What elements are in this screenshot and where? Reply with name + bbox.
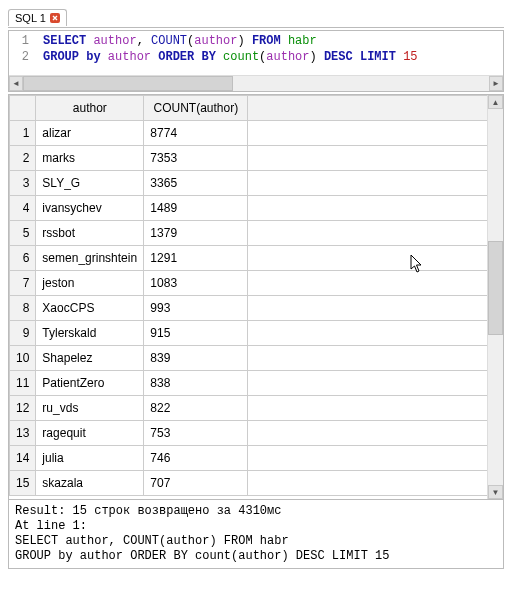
table-row[interactable]: 9Tylerskald915 — [10, 321, 488, 346]
status-line: At line 1: — [15, 519, 87, 533]
cell-author[interactable]: Tylerskald — [36, 321, 144, 346]
row-number-cell: 2 — [10, 146, 36, 171]
row-number-cell: 12 — [10, 396, 36, 421]
scroll-up-icon[interactable]: ▲ — [488, 95, 503, 109]
tab-sql-1[interactable]: SQL 1 — [8, 9, 67, 26]
cell-count[interactable]: 1489 — [144, 196, 248, 221]
editor-horizontal-scrollbar[interactable]: ◄ ► — [9, 75, 503, 91]
row-number-cell: 6 — [10, 246, 36, 271]
cell-count[interactable]: 3365 — [144, 171, 248, 196]
cell-author[interactable]: semen_grinshtein — [36, 246, 144, 271]
editor-code[interactable]: SELECT author, COUNT(author) FROM habrGR… — [35, 33, 503, 75]
cell-count[interactable]: 822 — [144, 396, 248, 421]
cell-count[interactable]: 839 — [144, 346, 248, 371]
results-table-wrap[interactable]: author COUNT(author) 1alizar87742marks73… — [9, 95, 487, 499]
line-number: 1 — [9, 33, 29, 49]
scroll-left-icon[interactable]: ◄ — [9, 76, 23, 91]
status-line: SELECT author, COUNT(author) FROM habr — [15, 534, 289, 548]
row-number-cell: 1 — [10, 121, 36, 146]
cell-count[interactable]: 1379 — [144, 221, 248, 246]
column-header-count[interactable]: COUNT(author) — [144, 96, 248, 121]
cell-empty — [248, 471, 487, 496]
row-number-cell: 3 — [10, 171, 36, 196]
cell-count[interactable]: 753 — [144, 421, 248, 446]
scroll-thumb[interactable] — [488, 241, 503, 335]
cell-count[interactable]: 7353 — [144, 146, 248, 171]
cell-author[interactable]: ivansychev — [36, 196, 144, 221]
code-line[interactable]: SELECT author, COUNT(author) FROM habr — [43, 33, 503, 49]
cell-count[interactable]: 8774 — [144, 121, 248, 146]
table-row[interactable]: 2marks7353 — [10, 146, 488, 171]
row-number-cell: 5 — [10, 221, 36, 246]
column-header-empty — [248, 96, 487, 121]
results-table[interactable]: author COUNT(author) 1alizar87742marks73… — [9, 95, 487, 496]
cell-count[interactable]: 993 — [144, 296, 248, 321]
scroll-right-icon[interactable]: ► — [489, 76, 503, 91]
tab-label: SQL 1 — [15, 12, 46, 24]
cell-author[interactable]: SLY_G — [36, 171, 144, 196]
table-row[interactable]: 4ivansychev1489 — [10, 196, 488, 221]
table-row[interactable]: 14julia746 — [10, 446, 488, 471]
scroll-thumb[interactable] — [23, 76, 233, 91]
cell-author[interactable]: ragequit — [36, 421, 144, 446]
table-row[interactable]: 1alizar8774 — [10, 121, 488, 146]
scroll-track[interactable] — [23, 76, 489, 91]
cell-author[interactable]: jeston — [36, 271, 144, 296]
table-row[interactable]: 6semen_grinshtein1291 — [10, 246, 488, 271]
cell-count[interactable]: 746 — [144, 446, 248, 471]
status-line: Result: 15 строк возвращено за 4310мс — [15, 504, 281, 518]
cell-count[interactable]: 1291 — [144, 246, 248, 271]
table-row[interactable]: 3SLY_G3365 — [10, 171, 488, 196]
cell-empty — [248, 371, 487, 396]
cell-empty — [248, 396, 487, 421]
results-vertical-scrollbar[interactable]: ▲ ▼ — [487, 95, 503, 499]
scroll-track[interactable] — [488, 109, 503, 485]
row-number-cell: 4 — [10, 196, 36, 221]
cell-author[interactable]: alizar — [36, 121, 144, 146]
close-icon[interactable] — [50, 13, 60, 23]
cell-empty — [248, 421, 487, 446]
code-line[interactable]: GROUP by author ORDER BY count(author) D… — [43, 49, 503, 65]
sql-editor[interactable]: 12 SELECT author, COUNT(author) FROM hab… — [8, 30, 504, 92]
cell-count[interactable]: 1083 — [144, 271, 248, 296]
cell-empty — [248, 246, 487, 271]
cell-empty — [248, 121, 487, 146]
scroll-down-icon[interactable]: ▼ — [488, 485, 503, 499]
table-row[interactable]: 5rssbot1379 — [10, 221, 488, 246]
table-row[interactable]: 10Shapelez839 — [10, 346, 488, 371]
cell-author[interactable]: skazala — [36, 471, 144, 496]
cell-empty — [248, 146, 487, 171]
results-pane: author COUNT(author) 1alizar87742marks73… — [8, 94, 504, 500]
cell-empty — [248, 271, 487, 296]
status-line: GROUP by author ORDER BY count(author) D… — [15, 549, 389, 563]
cell-empty — [248, 221, 487, 246]
table-row[interactable]: 11PatientZero838 — [10, 371, 488, 396]
row-number-cell: 14 — [10, 446, 36, 471]
table-row[interactable]: 7jeston1083 — [10, 271, 488, 296]
results-header-row: author COUNT(author) — [10, 96, 488, 121]
table-row[interactable]: 12ru_vds822 — [10, 396, 488, 421]
row-number-cell: 9 — [10, 321, 36, 346]
cell-author[interactable]: PatientZero — [36, 371, 144, 396]
table-row[interactable]: 15skazala707 — [10, 471, 488, 496]
cell-author[interactable]: ru_vds — [36, 396, 144, 421]
column-header-author[interactable]: author — [36, 96, 144, 121]
cell-empty — [248, 446, 487, 471]
cell-empty — [248, 321, 487, 346]
cell-author[interactable]: Shapelez — [36, 346, 144, 371]
table-row[interactable]: 8XaocCPS993 — [10, 296, 488, 321]
cell-empty — [248, 171, 487, 196]
cell-count[interactable]: 707 — [144, 471, 248, 496]
cell-author[interactable]: rssbot — [36, 221, 144, 246]
cell-author[interactable]: julia — [36, 446, 144, 471]
corner-cell — [10, 96, 36, 121]
row-number-cell: 13 — [10, 421, 36, 446]
cell-count[interactable]: 915 — [144, 321, 248, 346]
cell-empty — [248, 346, 487, 371]
cell-author[interactable]: marks — [36, 146, 144, 171]
cell-count[interactable]: 838 — [144, 371, 248, 396]
row-number-cell: 8 — [10, 296, 36, 321]
row-number-cell: 11 — [10, 371, 36, 396]
table-row[interactable]: 13ragequit753 — [10, 421, 488, 446]
cell-author[interactable]: XaocCPS — [36, 296, 144, 321]
